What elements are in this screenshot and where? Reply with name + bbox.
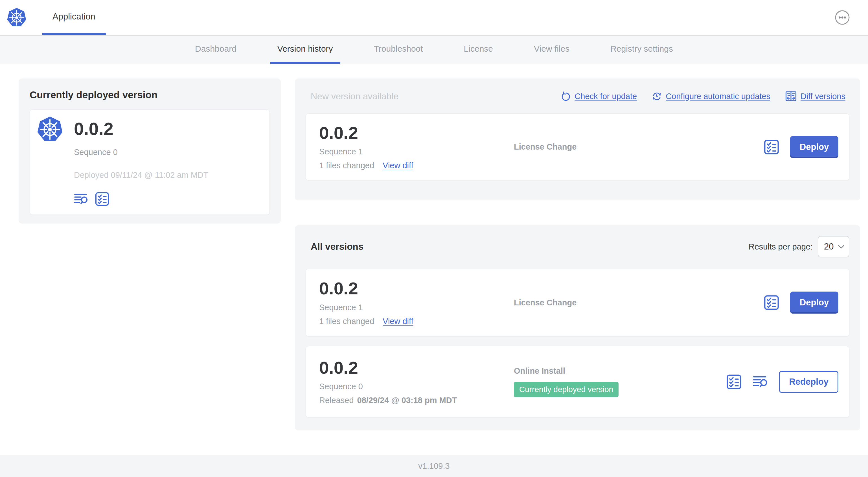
section-nav: Dashboard Version history Troubleshoot L… [0,35,868,64]
results-per-page-value: 20 [824,242,834,252]
app-tab[interactable]: Application [42,0,106,35]
logs-icon [74,193,89,205]
auto-update-clock-icon [652,91,662,101]
version-row: 0.0.2 Sequence 1 1 files changed View di… [306,269,849,336]
overflow-menu-button[interactable] [835,10,850,25]
tab-view-files[interactable]: View files [527,35,577,64]
logs-icon [752,375,768,388]
preflight-checks-button[interactable] [726,374,742,390]
app-kubernetes-logo-icon [37,117,63,142]
tab-troubleshoot[interactable]: Troubleshoot [367,35,430,64]
ellipsis-icon [835,10,850,25]
results-per-page-select[interactable]: 20 [818,236,849,258]
deployed-timestamp: Deployed 09/11/24 @ 11:02 am MDT [74,171,209,180]
view-diff-link[interactable]: View diff [383,317,413,326]
tab-license[interactable]: License [457,35,500,64]
all-versions-panel: All versions Results per page: 20 0.0.2 … [295,225,860,430]
view-diff-link[interactable]: View diff [383,161,413,170]
configure-automatic-updates-link[interactable]: Configure automatic updates [652,91,770,101]
checklist-icon [726,374,742,390]
currently-deployed-card: 0.0.2 Sequence 0 Deployed 09/11/24 @ 11:… [30,110,270,215]
top-bar: Application [0,0,868,35]
version-number: 0.0.2 [319,358,514,377]
new-version-title: New version available [311,91,398,101]
view-logs-button[interactable] [74,193,89,205]
deployed-sequence: Sequence 0 [74,148,209,157]
checklist-icon [764,139,779,155]
deploy-button[interactable]: Deploy [790,136,838,158]
tab-registry-settings[interactable]: Registry settings [603,35,680,64]
new-version-panel: New version available Check for update C… [295,79,860,200]
preflight-checks-button[interactable] [95,192,110,206]
released-timestamp: Released 08/29/24 @ 03:18 pm MDT [319,396,457,405]
version-sequence: Sequence 0 [319,382,514,391]
all-versions-title: All versions [311,241,364,252]
results-per-page-label: Results per page: [749,242,813,251]
currently-deployed-panel: Currently deployed version 0.0.2 Sequenc… [19,79,281,223]
new-version-card: 0.0.2 Sequence 1 1 files changed View di… [306,114,849,180]
version-sequence: Sequence 1 [319,303,514,312]
currently-deployed-badge: Currently deployed version [514,382,619,397]
version-number: 0.0.2 [319,124,514,142]
checklist-icon [95,192,110,206]
preflight-checks-button[interactable] [764,295,779,310]
refresh-icon [560,91,571,101]
tab-version-history[interactable]: Version history [270,35,340,64]
release-source: License Change [514,298,577,307]
version-sequence: Sequence 1 [319,147,514,156]
tab-dashboard[interactable]: Dashboard [188,35,244,64]
view-logs-button[interactable] [752,375,768,388]
check-for-update-link[interactable]: Check for update [560,91,637,101]
files-changed: 1 files changed [319,161,374,170]
deployed-version-number: 0.0.2 [74,119,209,138]
version-history-page: Application Dashboard Version history Tr… [0,0,868,477]
redeploy-button[interactable]: Redeploy [779,371,838,393]
release-source: License Change [514,142,577,151]
diff-versions-link[interactable]: Diff versions [785,90,845,102]
preflight-checks-button[interactable] [764,139,779,155]
currently-deployed-title: Currently deployed version [30,89,270,100]
checklist-icon [764,295,779,310]
console-version: v1.109.3 [418,461,450,471]
chevron-down-icon [838,245,844,249]
diff-icon [785,90,797,102]
kubernetes-logo-icon [7,8,26,27]
app-tab-label: Application [53,11,95,22]
release-source: Online Install [514,366,565,376]
files-changed: 1 files changed [319,317,374,326]
version-number: 0.0.2 [319,279,514,297]
footer: v1.109.3 [0,455,868,477]
deploy-button[interactable]: Deploy [790,292,838,314]
version-row: 0.0.2 Sequence 0 Released 08/29/24 @ 03:… [306,346,849,417]
